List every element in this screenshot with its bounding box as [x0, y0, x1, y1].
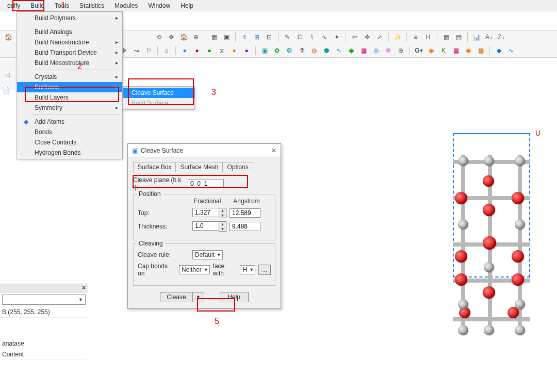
tool-g-icon[interactable]: G▾: [414, 45, 424, 56]
menu-bonds[interactable]: Bonds: [17, 127, 122, 137]
cleave-button[interactable]: Cleave ▼: [160, 292, 204, 302]
tool-crystal-icon[interactable]: ◆: [494, 45, 504, 56]
tool-bubble-icon[interactable]: ❂: [284, 45, 294, 56]
chevron-down-icon[interactable]: ▼: [193, 292, 204, 302]
top-angstrom-input[interactable]: [230, 208, 260, 218]
menu-build-transport-device[interactable]: Build Transport Device▸: [17, 47, 122, 58]
tool-chart-icon[interactable]: 📊: [471, 32, 482, 42]
tool-sort-za-icon[interactable]: Z↓: [496, 32, 506, 42]
tool-crosshair-icon[interactable]: ✜: [362, 32, 372, 42]
menu-modify[interactable]: odify: [2, 1, 25, 10]
spinner-icon[interactable]: ▲▼: [219, 221, 226, 232]
cleave-plane-input[interactable]: [188, 179, 224, 188]
thickness-fractional-input[interactable]: ▲▼: [192, 221, 226, 232]
tool-wave-icon[interactable]: ∿: [319, 32, 330, 42]
tool-mol10-icon[interactable]: ◉: [463, 45, 473, 56]
submenu-cleave-surface[interactable]: Cleave Surface: [123, 88, 194, 98]
tool-mol-grid2-icon[interactable]: ▦: [451, 45, 461, 56]
tool-crop2-icon[interactable]: ▣: [221, 32, 232, 42]
tool-rotate-icon[interactable]: ⟲: [154, 32, 164, 42]
tool-box-icon[interactable]: ▦: [209, 32, 219, 42]
menu-close-contacts[interactable]: Close Contacts: [17, 137, 122, 148]
menu-statistics[interactable]: Statistics: [74, 1, 109, 10]
tool-mol-red-icon[interactable]: ●: [192, 45, 202, 56]
properties-combo[interactable]: ▼: [2, 295, 86, 305]
structure-viewer[interactable]: U: [432, 124, 551, 346]
menu-window[interactable]: Window: [143, 1, 175, 10]
tool-mol-orange-icon[interactable]: ●: [229, 45, 239, 56]
prop-line-anatase[interactable]: anatase: [0, 338, 88, 349]
tool-c-icon[interactable]: C: [294, 32, 305, 42]
tool-mol-green-icon[interactable]: ●: [204, 45, 215, 56]
tool-mol7-icon[interactable]: ◎: [371, 45, 381, 56]
tool-h-icon[interactable]: H: [423, 32, 433, 42]
face-with-more-button[interactable]: ...: [258, 265, 271, 275]
tool-text-icon[interactable]: ▤: [453, 32, 464, 42]
menu-tools[interactable]: Tools: [50, 1, 74, 10]
tool-pencil-icon[interactable]: ✎: [282, 32, 292, 42]
tool-flag-icon[interactable]: ⚐: [143, 45, 154, 56]
tab-surface-mesh[interactable]: Surface Mesh: [175, 162, 223, 172]
menu-hydrogen-bonds[interactable]: Hydrogen Bonds: [17, 148, 122, 158]
panel-close-icon[interactable]: ×: [82, 284, 86, 291]
tool-home-icon[interactable]: 🏠: [3, 32, 13, 42]
face-with-select[interactable]: H▼: [240, 265, 255, 274]
tab-options[interactable]: Options: [222, 162, 253, 172]
tool-dots-icon[interactable]: ⁜: [239, 32, 250, 42]
tool-mol-pink-icon[interactable]: ❁: [383, 45, 394, 56]
tool-cell-icon[interactable]: ▣: [259, 45, 270, 56]
menu-help[interactable]: Help: [175, 1, 199, 10]
tool-k-icon[interactable]: K: [438, 45, 449, 56]
tool-chain-icon[interactable]: ⌇: [307, 32, 317, 42]
tool-wave3-icon[interactable]: ∿: [506, 45, 516, 56]
tool-scissors-icon[interactable]: ✄: [350, 32, 360, 42]
tool-sort-az-icon[interactable]: A↓: [484, 32, 494, 42]
tool-puzzle-icon[interactable]: ✿: [272, 45, 282, 56]
tool-mol9-icon[interactable]: ◉: [426, 45, 436, 56]
menu-crystals[interactable]: Crystals▸: [17, 72, 122, 82]
tool-ruler-icon[interactable]: ≡: [411, 32, 421, 42]
help-button[interactable]: Help: [220, 292, 249, 302]
tool-3d-icon[interactable]: ◍: [309, 45, 319, 56]
tool-field-icon[interactable]: ⊡: [264, 32, 274, 42]
tool-curve-icon[interactable]: ↝: [131, 45, 141, 56]
thickness-angstrom-input[interactable]: [230, 222, 260, 231]
tool-mol-purple-icon[interactable]: ●: [241, 45, 252, 56]
cleave-rule-select[interactable]: Default▼: [192, 250, 223, 259]
tool-mol-chain-icon[interactable]: ⧖: [217, 45, 227, 56]
top-fractional-input[interactable]: ▲▼: [192, 208, 226, 218]
tool-grid2-icon[interactable]: ▦: [441, 32, 451, 42]
tool-target-icon[interactable]: ⊕: [191, 32, 201, 42]
tool-globe-icon[interactable]: ◉: [346, 45, 356, 56]
tool-wand-icon[interactable]: ✨: [392, 32, 403, 42]
tool-spark-icon[interactable]: ✦: [332, 32, 342, 42]
tool-wave2-icon[interactable]: ∿: [334, 45, 344, 56]
tool-grid-icon[interactable]: ⊞: [252, 32, 262, 42]
menu-surfaces[interactable]: Surfaces▸: [17, 82, 122, 92]
menu-build-mesostructure[interactable]: Build Mesostructure▸: [17, 58, 122, 68]
menu-symmetry[interactable]: Symmetry▸: [17, 103, 122, 113]
tool-home3-icon[interactable]: ⌂: [161, 45, 172, 56]
doc-icon[interactable]: 📄: [2, 87, 10, 95]
tab-surface-box[interactable]: Surface Box: [133, 162, 176, 172]
menu-build[interactable]: Build: [25, 1, 50, 10]
prop-line-content[interactable]: Content: [0, 349, 88, 360]
dialog-close-icon[interactable]: ✕: [271, 147, 276, 154]
spinner-icon[interactable]: ▲▼: [219, 208, 226, 218]
menu-build-analogs[interactable]: Build Analogs: [17, 27, 122, 37]
tool-mol-grid-icon[interactable]: ▦: [358, 45, 369, 56]
menu-build-nanostructure[interactable]: Build Nanostructure▸: [17, 37, 122, 47]
tool-move-icon[interactable]: ✥: [166, 32, 176, 42]
tool-expand-icon[interactable]: ⤢: [374, 32, 385, 42]
tool-home2-icon[interactable]: 🏠: [178, 32, 189, 42]
menu-add-atoms[interactable]: ◆Add Atoms: [17, 117, 122, 127]
menu-build-polymers[interactable]: Build Polymers▸: [17, 13, 122, 23]
menu-modules[interactable]: Modules: [109, 1, 143, 10]
menu-build-layers[interactable]: Build Layers: [17, 92, 122, 103]
tool-mol-blue-icon[interactable]: ●: [179, 45, 190, 56]
tool-flask-icon[interactable]: ⚗: [297, 45, 307, 56]
tool-mol-mosaic-icon[interactable]: ▩: [476, 45, 486, 56]
submenu-build-surface[interactable]: Build Surface...: [123, 98, 194, 108]
tool-mol8-icon[interactable]: ⊛: [396, 45, 406, 56]
cap-bonds-select[interactable]: Neither▼: [179, 265, 210, 274]
